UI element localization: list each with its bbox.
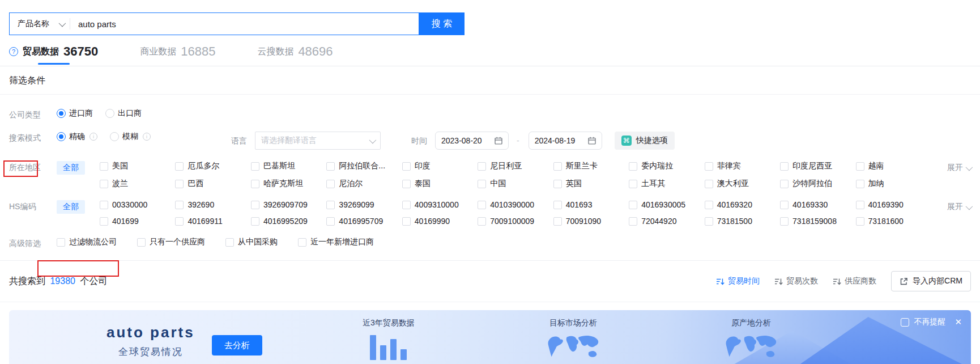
checkbox-icon[interactable] xyxy=(225,238,234,247)
checkbox-icon[interactable] xyxy=(705,162,713,171)
region-checkbox[interactable]: 巴西 xyxy=(175,179,250,189)
tab-trade-data[interactable]: ? 贸易数据 36750 xyxy=(9,44,98,65)
hs-code-checkbox[interactable]: 4009310000 xyxy=(402,200,478,209)
search-category-select[interactable]: 产品名称 xyxy=(10,19,70,29)
radio-selected-icon[interactable] xyxy=(57,132,66,141)
search-button[interactable]: 搜 索 xyxy=(419,12,465,35)
info-icon[interactable]: i xyxy=(90,133,97,141)
checkbox-icon[interactable] xyxy=(856,217,864,226)
question-circle-icon[interactable]: ? xyxy=(9,47,18,56)
region-checkbox[interactable]: 印度 xyxy=(402,161,478,171)
language-select[interactable]: 请选择翻译语言 xyxy=(255,132,381,150)
advanced-filter-checkbox[interactable]: 只有一个供应商 xyxy=(137,237,205,247)
checkbox-icon[interactable] xyxy=(629,162,637,171)
radio-selected-icon[interactable] xyxy=(57,109,66,118)
checkbox-icon[interactable] xyxy=(553,180,562,188)
checkbox-icon[interactable] xyxy=(780,217,789,226)
checkbox-icon[interactable] xyxy=(402,201,411,209)
checkbox-icon[interactable] xyxy=(780,180,789,188)
hs-code-checkbox[interactable]: 40169330 xyxy=(780,200,855,209)
hs-code-checkbox[interactable]: 40169911 xyxy=(175,217,250,226)
advanced-filter-checkbox[interactable]: 过滤物流公司 xyxy=(57,237,117,247)
region-checkbox[interactable]: 澳大利亚 xyxy=(705,179,780,189)
checkbox-icon[interactable] xyxy=(251,180,259,188)
checkbox-icon[interactable] xyxy=(326,201,335,209)
sort-supplier-count[interactable]: 供应商数 xyxy=(833,276,876,286)
radio-unselected-icon[interactable] xyxy=(110,132,119,141)
region-checkbox[interactable]: 哈萨克斯坦 xyxy=(251,179,326,189)
hs-code-checkbox[interactable]: 4016930005 xyxy=(629,200,704,209)
hs-code-checkbox[interactable]: 7318159008 xyxy=(780,217,855,226)
hs-code-checkbox[interactable]: 73181500 xyxy=(705,217,780,226)
advanced-filter-checkbox[interactable]: 从中国采购 xyxy=(225,237,278,247)
checkbox-icon[interactable] xyxy=(705,217,713,226)
search-input[interactable] xyxy=(70,19,419,29)
checkbox-icon[interactable] xyxy=(478,180,486,188)
hs-code-checkbox[interactable]: 40169390 xyxy=(856,200,931,209)
close-icon[interactable]: ✕ xyxy=(955,317,962,327)
hs-code-checkbox[interactable]: 40169990 xyxy=(402,217,478,226)
region-checkbox[interactable]: 委内瑞拉 xyxy=(629,161,704,171)
region-expand-button[interactable]: 展开 xyxy=(931,161,971,173)
hs-code-checkbox[interactable]: 00330000 xyxy=(100,200,175,209)
hs-code-checkbox[interactable]: 72044920 xyxy=(629,217,704,226)
region-checkbox[interactable]: 加纳 xyxy=(856,179,931,189)
checkbox-icon[interactable] xyxy=(553,201,562,209)
hs-code-checkbox[interactable]: 7009100009 xyxy=(478,217,553,226)
radio-exact-mode[interactable]: 精确 i xyxy=(57,132,97,142)
hs-code-checkbox[interactable]: 4016995209 xyxy=(251,217,326,226)
region-checkbox[interactable]: 菲律宾 xyxy=(705,161,780,171)
checkbox-icon[interactable] xyxy=(856,162,864,171)
hs-code-checkbox[interactable]: 401693 xyxy=(553,200,629,209)
checkbox-icon[interactable] xyxy=(856,201,864,209)
radio-exporter[interactable]: 出口商 xyxy=(105,108,142,118)
checkbox-icon[interactable] xyxy=(402,162,411,171)
checkbox-icon[interactable] xyxy=(780,201,789,209)
checkbox-icon[interactable] xyxy=(402,180,411,188)
region-checkbox[interactable]: 印度尼西亚 xyxy=(780,161,855,171)
checkbox-icon[interactable] xyxy=(175,180,184,188)
checkbox-icon[interactable] xyxy=(298,238,306,247)
region-checkbox[interactable]: 阿拉伯联合... xyxy=(326,161,402,171)
hs-code-checkbox[interactable]: 4016995709 xyxy=(326,217,402,226)
checkbox-icon[interactable] xyxy=(251,201,259,209)
checkbox-icon[interactable] xyxy=(137,238,146,247)
checkbox-icon[interactable] xyxy=(553,217,562,226)
checkbox-icon[interactable] xyxy=(629,217,637,226)
sort-trade-time[interactable]: 贸易时间 xyxy=(716,276,760,286)
hs-code-checkbox[interactable]: 39269099 xyxy=(326,200,402,209)
checkbox-icon[interactable] xyxy=(175,201,184,209)
checkbox-icon[interactable] xyxy=(629,180,637,188)
region-checkbox[interactable]: 沙特阿拉伯 xyxy=(780,179,855,189)
dismiss-checkbox[interactable] xyxy=(901,318,909,327)
radio-fuzzy-mode[interactable]: 模糊 i xyxy=(110,132,151,142)
tab-business-data[interactable]: 商业数据 16885 xyxy=(140,44,215,65)
checkbox-icon[interactable] xyxy=(100,217,108,226)
checkbox-icon[interactable] xyxy=(705,180,713,188)
checkbox-icon[interactable] xyxy=(326,217,335,226)
import-crm-button[interactable]: 导入内部CRM xyxy=(891,271,971,291)
checkbox-icon[interactable] xyxy=(175,217,184,226)
advanced-filter-checkbox[interactable]: 近一年新增进口商 xyxy=(298,237,374,247)
checkbox-icon[interactable] xyxy=(100,162,108,171)
hs-all-tag[interactable]: 全部 xyxy=(57,200,85,214)
checkbox-icon[interactable] xyxy=(553,162,562,171)
region-checkbox[interactable]: 波兰 xyxy=(100,179,175,189)
checkbox-icon[interactable] xyxy=(100,180,108,188)
checkbox-icon[interactable] xyxy=(478,162,486,171)
checkbox-icon[interactable] xyxy=(629,201,637,209)
quick-options-button[interactable]: ⌘ 快捷选项 xyxy=(615,132,675,150)
region-checkbox[interactable]: 厄瓜多尔 xyxy=(175,161,250,171)
checkbox-icon[interactable] xyxy=(251,162,259,171)
region-all-tag[interactable]: 全部 xyxy=(57,161,85,175)
checkbox-icon[interactable] xyxy=(251,217,259,226)
tab-cloud-search-data[interactable]: 云搜数据 48696 xyxy=(257,44,333,65)
radio-importer[interactable]: 进口商 xyxy=(57,108,93,118)
hs-code-checkbox[interactable]: 3926909709 xyxy=(251,200,326,209)
region-checkbox[interactable]: 美国 xyxy=(100,161,175,171)
checkbox-icon[interactable] xyxy=(175,162,184,171)
checkbox-icon[interactable] xyxy=(57,238,65,247)
region-checkbox[interactable]: 越南 xyxy=(856,161,931,171)
checkbox-icon[interactable] xyxy=(856,180,864,188)
checkbox-icon[interactable] xyxy=(705,201,713,209)
